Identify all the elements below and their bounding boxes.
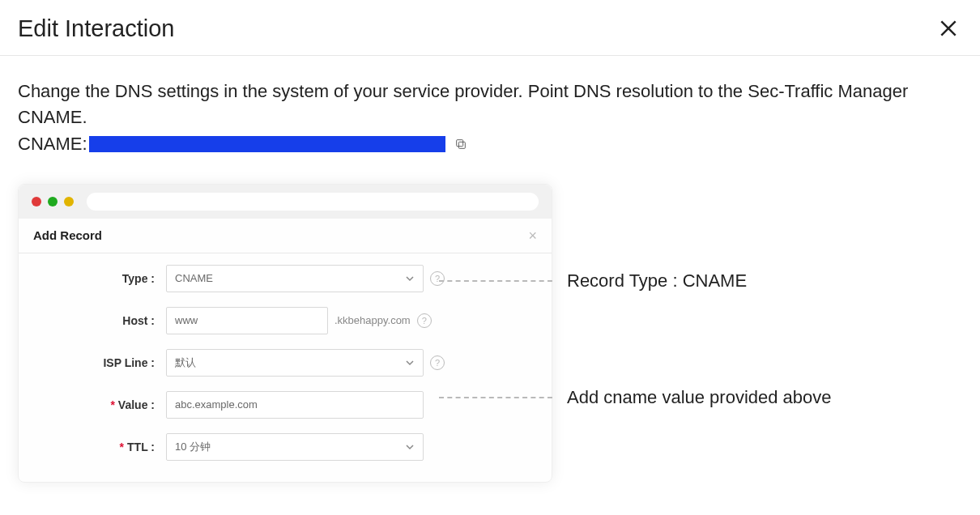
label-host: Host : [36,314,166,327]
close-icon [938,18,959,39]
traffic-light-red [32,197,41,206]
select-isp-value: 默认 [175,355,196,370]
label-type: Type : [36,272,166,285]
select-type[interactable]: CNAME [166,265,424,292]
annotations: Record Type : CNAME Add cname value prov… [439,184,962,417]
cname-line: CNAME: [18,134,962,155]
input-value-value: abc.example.com [175,398,258,411]
select-ttl[interactable]: 10 分钟 [166,433,424,461]
panel-title: Add Record [33,228,102,242]
dashed-connector [439,397,552,398]
copy-button[interactable] [454,137,468,151]
label-value: Value : [36,398,166,411]
label-isp: ISP Line : [36,356,166,369]
input-value[interactable]: abc.example.com [166,391,424,419]
traffic-light-green [48,197,58,206]
svg-rect-1 [456,139,462,146]
dashed-connector [439,280,552,282]
input-host-value: www [175,314,198,326]
chevron-down-icon [405,358,415,368]
select-ttl-value: 10 分钟 [175,440,211,454]
row-ttl: TTL : 10 分钟 [36,433,534,461]
select-isp[interactable]: 默认 [166,349,424,377]
label-ttl: TTL : [36,441,166,453]
annotation-type: Record Type : CNAME [439,262,962,300]
traffic-light-yellow [64,197,74,206]
svg-rect-0 [458,142,465,148]
edit-interaction-modal: Edit Interaction Change the DNS settings… [0,0,980,483]
modal-header: Edit Interaction [0,0,980,56]
chevron-down-icon [405,442,415,452]
description-text: Change the DNS settings in the system of… [18,79,949,130]
modal-body: Change the DNS settings in the system of… [0,56,980,483]
select-type-value: CNAME [175,272,213,284]
annotation-value: Add cname value provided above [439,378,962,417]
cname-label: CNAME: [18,134,87,155]
help-icon[interactable]: ? [417,313,432,328]
illustration-row: Add Record × Type : CNAME [18,184,962,483]
modal-title: Edit Interaction [18,15,174,42]
annotation-type-text: Record Type : CNAME [567,270,747,292]
cname-value-redacted [89,136,445,152]
copy-icon [454,138,467,151]
annotation-value-text: Add cname value provided above [567,387,832,408]
input-host[interactable]: www [166,307,328,334]
close-button[interactable] [935,15,962,42]
chevron-down-icon [405,274,415,283]
host-domain-suffix: .kkbehappy.com [334,314,411,326]
